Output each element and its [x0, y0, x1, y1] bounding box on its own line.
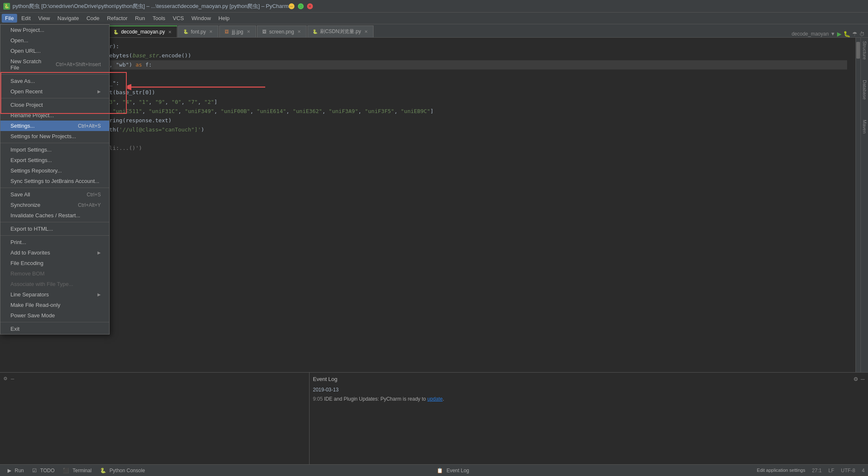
menu-file[interactable]: File	[2, 14, 17, 23]
menu-navigate[interactable]: Navigate	[54, 14, 82, 23]
gear-icon[interactable]: ⚙	[3, 376, 8, 381]
tab-close[interactable]: ✕	[296, 29, 302, 35]
menu-item-label: Synchronize	[10, 202, 41, 208]
menu-vcs[interactable]: VCS	[169, 14, 187, 23]
maven-label[interactable]: Maven	[861, 118, 868, 135]
run-label: Run	[15, 468, 24, 473]
tab-close[interactable]: ✕	[208, 29, 214, 35]
menu-make-read-only[interactable]: Make File Read-only	[0, 300, 109, 310]
menu-code[interactable]: Code	[83, 14, 103, 23]
menu-new-project[interactable]: New Project...	[0, 25, 109, 35]
minimize-button[interactable]: ─	[289, 3, 294, 9]
menu-item-label: Save As...	[10, 78, 35, 84]
menu-save-as[interactable]: Save As...	[0, 76, 109, 86]
menu-window[interactable]: Window	[188, 14, 214, 23]
menu-save-all[interactable]: Save All Ctrl+S	[0, 189, 109, 200]
run-tool-item[interactable]: ▶ Run	[3, 468, 28, 473]
menu-open-url[interactable]: Open URL...	[0, 46, 109, 56]
menu-import-settings[interactable]: Import Settings...	[0, 144, 109, 155]
encoding[interactable]: UTF-8	[841, 468, 855, 473]
terminal-area[interactable]	[3, 383, 306, 458]
terminal-tool-item[interactable]: ⬛ Terminal	[59, 468, 95, 473]
python-console-tool-item[interactable]: 🐍 Python Console	[96, 468, 149, 473]
tab-close[interactable]: ✕	[246, 29, 251, 35]
menu-refactor[interactable]: Refactor	[104, 14, 131, 23]
line-ending[interactable]: LF	[828, 468, 834, 473]
menu-open-recent[interactable]: Open Recent ▶	[0, 86, 109, 97]
tab-font-py[interactable]: 🐍 font.py ✕	[178, 26, 218, 37]
event-log-title: Event Log	[313, 376, 338, 382]
indent[interactable]: 4	[862, 468, 865, 473]
menu-settings-repo[interactable]: Settings Repository...	[0, 165, 109, 176]
menu-help[interactable]: Help	[215, 14, 233, 23]
tab-close[interactable]: ✕	[363, 29, 369, 35]
tab-close[interactable]: ✕	[167, 29, 173, 35]
todo-tool-item[interactable]: ☑ TODO	[28, 468, 59, 473]
menu-open[interactable]: Open...	[0, 35, 109, 46]
menu-add-to-favorites[interactable]: Add to Favorites ▶	[0, 247, 109, 258]
menu-sync-settings[interactable]: Sync Settings to JetBrains Account...	[0, 176, 109, 186]
menu-settings[interactable]: Settings... Ctrl+Alt+S	[0, 121, 109, 131]
debug-button-icon[interactable]: 🐛	[843, 31, 850, 37]
menu-export-settings[interactable]: Export Settings...	[0, 155, 109, 165]
arrow-icon: ▶	[97, 250, 101, 255]
menu-item-label: Open Recent	[10, 88, 43, 95]
menu-item-label: Exit	[10, 326, 20, 332]
edit-app-settings[interactable]: Edit application settings	[757, 468, 805, 473]
todo-icon: ☑	[32, 468, 37, 473]
tab-decode-maoyan[interactable]: 🐍 decode_maoyan.py ✕	[108, 26, 177, 37]
menu-export-html[interactable]: Export to HTML...	[0, 224, 109, 234]
log-link-update[interactable]: update	[428, 396, 443, 402]
status-info: Edit application settings 27:1 LF UTF-8 …	[757, 468, 865, 473]
log-time: 9:05	[313, 396, 323, 402]
code-line: def decode_font(base_str:str):	[21, 42, 847, 51]
run-button-icon[interactable]: ▶	[837, 31, 842, 37]
database-label[interactable]: Database	[861, 78, 868, 101]
menu-print[interactable]: Print...	[0, 237, 109, 247]
menu-line-separators[interactable]: Line Separators ▶	[0, 289, 109, 300]
tab-csdn[interactable]: 🐍 刷CSDN浏览量.py ✕	[307, 26, 374, 37]
event-log-tool-item[interactable]: 📋 Event Log	[437, 468, 469, 473]
menu-power-save[interactable]: Power Save Mode	[0, 310, 109, 321]
scrollbar-thumb[interactable]	[856, 42, 860, 59]
code-line: f.write(font_bin)	[21, 69, 847, 79]
shortcut-label: Ctrl+S	[87, 192, 101, 198]
coverage-button-icon[interactable]: ☂	[852, 31, 858, 37]
menu-remove-bom: Remove BOM	[0, 268, 109, 279]
log-period: .	[443, 396, 444, 402]
editor-area[interactable]: def decode_font(base_str:str): font_bin …	[0, 38, 855, 372]
code-line: if __name__ == "__main__":	[21, 79, 847, 88]
cursor-position: 27:1	[812, 468, 822, 473]
separator	[0, 98, 109, 98]
menu-run[interactable]: Run	[132, 14, 149, 23]
tab-jjj-jpg[interactable]: 🖼 jjj.jpg ✕	[219, 26, 256, 37]
menu-bar: File Edit View Navigate Code Refactor Ru…	[0, 13, 868, 24]
profiler-button-icon[interactable]: ⏱	[859, 31, 865, 37]
menu-close-project[interactable]: Close Project	[0, 100, 109, 110]
menu-exit[interactable]: Exit	[0, 324, 109, 334]
code-line: #//li:[@... ...]//li:...()')	[21, 144, 847, 153]
menu-rename-project[interactable]: Rename Project...	[0, 110, 109, 121]
right-scrollbar[interactable]	[855, 38, 860, 372]
menu-new-scratch[interactable]: New Scratch File Ctrl+Alt+Shift+Insert	[0, 56, 109, 73]
tab-label: jjj.jpg	[232, 29, 243, 35]
menu-item-label: Add to Favorites	[10, 250, 50, 256]
tab-icon-png: 🖼	[261, 29, 267, 35]
menu-file-encoding[interactable]: File Encoding	[0, 258, 109, 268]
close-button[interactable]: ✕	[307, 3, 313, 9]
maximize-button[interactable]: □	[298, 3, 304, 9]
menu-tools[interactable]: Tools	[149, 14, 169, 23]
menu-invalidate-caches[interactable]: Invalidate Caches / Restart...	[0, 210, 109, 221]
minimize-panel-icon[interactable]: ─	[11, 376, 14, 381]
structure-label[interactable]: Structure	[861, 39, 868, 62]
event-log-controls: ⚙ ─	[853, 376, 865, 382]
gear-icon[interactable]: ⚙	[853, 376, 858, 382]
tab-screen-png[interactable]: 🖼 screen.png ✕	[257, 26, 307, 37]
menu-item-label: Settings Repository...	[10, 167, 62, 174]
minimize-log-icon[interactable]: ─	[861, 376, 865, 382]
menu-synchronize[interactable]: Synchronize Ctrl+Alt+Y	[0, 200, 109, 210]
menu-settings-new-projects[interactable]: Settings for New Projects...	[0, 131, 109, 142]
menu-view[interactable]: View	[35, 14, 53, 23]
menu-edit[interactable]: Edit	[18, 14, 34, 23]
run-config-dropdown-icon[interactable]: ▼	[830, 31, 835, 37]
